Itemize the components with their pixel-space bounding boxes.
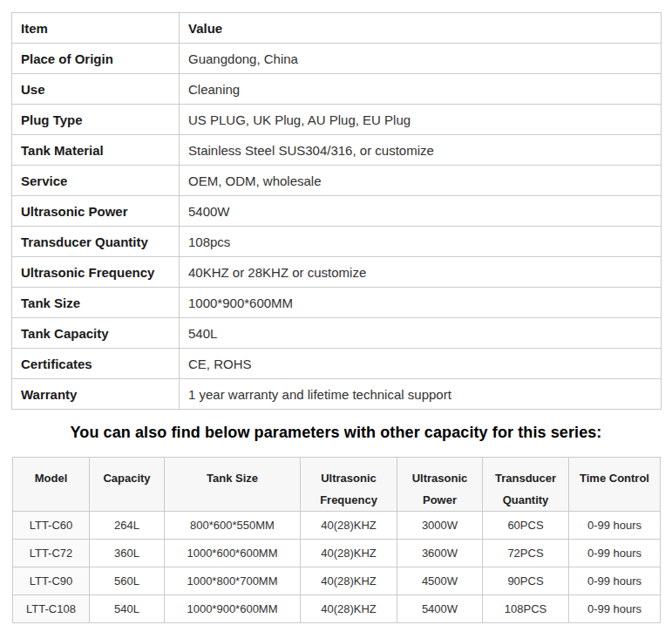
spec-value-cell: Stainless Steel SUS304/316, or customize [180,135,662,166]
capacity-cell: 360L [90,540,165,567]
capacity-cell: 264L [90,512,165,540]
ultrasonic-frequency-cell: 40(28)KHZ [301,540,397,567]
spec-item-cell: Certificates [12,349,180,379]
spec-row-ultrasonic-frequency: Ultrasonic Frequency 40KHZ or 28KHZ or c… [12,257,662,288]
section-heading: You can also find below parameters with … [0,424,672,442]
models-header-ultrasonic-frequency: Ultrasonic Frequency [301,458,397,512]
models-table: Model Capacity Tank Size Ultrasonic Freq… [12,457,661,623]
spec-row-tank-size: Tank Size 1000*900*600MM [12,288,662,318]
spec-row-use: Use Cleaning [12,74,662,105]
spec-item-cell: Use [12,74,180,105]
spec-value-cell: CE, ROHS [180,349,662,379]
time-control-cell: 0-99 hours [569,567,661,595]
spec-item-cell: Tank Capacity [12,318,180,349]
ultrasonic-power-cell: 3000W [397,512,483,540]
ultrasonic-power-cell: 5400W [397,595,483,623]
spec-item-cell: Ultrasonic Power [12,196,180,227]
model-row-ltt-c72: LTT-C72 360L 1000*600*600MM 40(28)KHZ 36… [13,540,661,567]
ultrasonic-power-cell: 4500W [397,567,483,595]
specs-table: Item Value Place of Origin Guangdong, Ch… [11,12,662,410]
model-row-ltt-c108: LTT-C108 540L 1000*900*600MM 40(28)KHZ 5… [13,595,661,623]
tank-size-cell: 800*600*550MM [165,512,301,540]
spec-item-cell: Tank Size [12,288,180,318]
models-header-row: Model Capacity Tank Size Ultrasonic Freq… [13,458,661,512]
tank-size-cell: 1000*900*600MM [165,595,301,623]
capacity-cell: 560L [90,567,165,595]
transducer-quantity-cell: 60PCS [483,512,569,540]
spec-item-cell: Tank Material [12,135,180,166]
models-header-model: Model [13,458,90,512]
models-header-ultrasonic-power: Ultrasonic Power [397,458,483,512]
spec-item-cell: Ultrasonic Frequency [12,257,180,288]
spec-row-service: Service OEM, ODM, wholesale [12,166,662,196]
spec-value-cell: Cleaning [180,74,662,105]
spec-value-cell: OEM, ODM, wholesale [180,166,662,196]
ultrasonic-frequency-cell: 40(28)KHZ [301,595,397,623]
spec-row-ultrasonic-power: Ultrasonic Power 5400W [12,196,662,227]
ultrasonic-power-cell: 3600W [397,540,483,567]
transducer-quantity-cell: 90PCS [483,567,569,595]
spec-item-cell: Plug Type [12,105,180,135]
specs-header-value: Value [180,13,662,44]
tank-size-cell: 1000*600*600MM [165,540,301,567]
model-row-ltt-c60: LTT-C60 264L 800*600*550MM 40(28)KHZ 300… [13,512,661,540]
spec-value-cell: US PLUG, UK Plug, AU Plug, EU Plug [180,105,662,135]
spec-value-cell: 40KHZ or 28KHZ or customize [180,257,662,288]
spec-row-place-of-origin: Place of Origin Guangdong, China [12,44,662,74]
tank-size-cell: 1000*800*700MM [165,567,301,595]
specs-header-row: Item Value [12,13,662,44]
spec-value-cell: 5400W [180,196,662,227]
transducer-quantity-cell: 72PCS [483,540,569,567]
transducer-quantity-cell: 108PCS [483,595,569,623]
models-header-capacity: Capacity [90,458,165,512]
spec-row-warranty: Warranty 1 year warranty and lifetime te… [12,379,662,410]
time-control-cell: 0-99 hours [569,512,661,540]
spec-value-cell: 108pcs [180,227,662,257]
time-control-cell: 0-99 hours [569,540,661,567]
spec-value-cell: Guangdong, China [180,44,662,74]
model-row-ltt-c90: LTT-C90 560L 1000*800*700MM 40(28)KHZ 45… [13,567,661,595]
spec-row-tank-material: Tank Material Stainless Steel SUS304/316… [12,135,662,166]
spec-value-cell: 1 year warranty and lifetime technical s… [180,379,662,410]
time-control-cell: 0-99 hours [569,595,661,623]
model-name-cell: LTT-C108 [13,595,90,623]
models-header-transducer-quantity: Transducer Quantity [483,458,569,512]
specs-header-item: Item [12,13,180,44]
spec-item-cell: Place of Origin [12,44,180,74]
model-name-cell: LTT-C60 [13,512,90,540]
model-name-cell: LTT-C72 [13,540,90,567]
models-header-time-control: Time Control [569,458,661,512]
spec-item-cell: Service [12,166,180,196]
spec-value-cell: 1000*900*600MM [180,288,662,318]
product-spec-page: Item Value Place of Origin Guangdong, Ch… [0,12,672,625]
model-name-cell: LTT-C90 [13,567,90,595]
spec-value-cell: 540L [180,318,662,349]
spec-row-transducer-quantity: Transducer Quantity 108pcs [12,227,662,257]
ultrasonic-frequency-cell: 40(28)KHZ [301,512,397,540]
spec-item-cell: Transducer Quantity [12,227,180,257]
models-header-tank-size: Tank Size [165,458,301,512]
spec-row-certificates: Certificates CE, ROHS [12,349,662,379]
spec-row-plug-type: Plug Type US PLUG, UK Plug, AU Plug, EU … [12,105,662,135]
spec-row-tank-capacity: Tank Capacity 540L [12,318,662,349]
ultrasonic-frequency-cell: 40(28)KHZ [301,567,397,595]
capacity-cell: 540L [90,595,165,623]
spec-item-cell: Warranty [12,379,180,410]
